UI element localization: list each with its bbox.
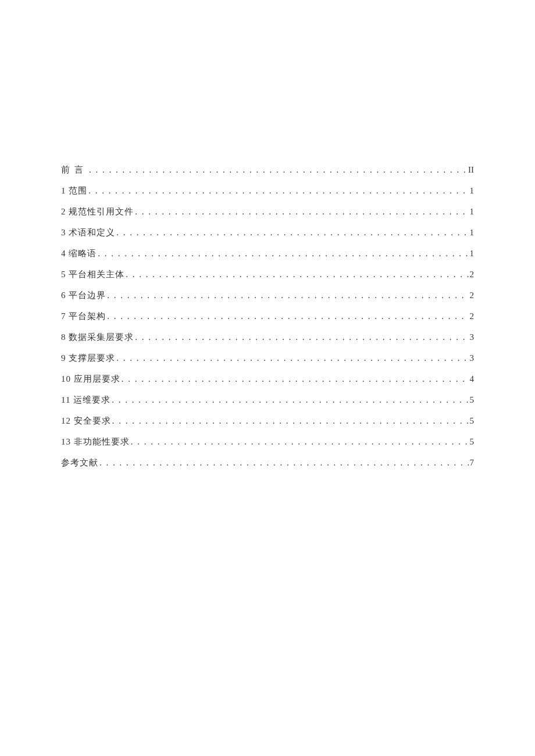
- toc-entry: 11 运维要求. . . . . . . . . . . . . . . . .…: [61, 393, 474, 407]
- toc-leader-dots: . . . . . . . . . . . . . . . . . . . . …: [107, 288, 468, 302]
- toc-leader-dots: . . . . . . . . . . . . . . . . . . . . …: [122, 372, 469, 386]
- toc-leader-dots: . . . . . . . . . . . . . . . . . . . . …: [99, 456, 469, 470]
- toc-entry-label: 12 安全要求: [61, 414, 111, 428]
- toc-entry-label: 10 应用层要求: [61, 372, 120, 386]
- toc-entry-page: 1: [470, 246, 475, 260]
- toc-entry: 10 应用层要求. . . . . . . . . . . . . . . . …: [61, 372, 474, 386]
- toc-entry-page: 5: [470, 393, 475, 407]
- toc-leader-dots: . . . . . . . . . . . . . . . . . . . . …: [88, 184, 468, 198]
- toc-entry: 7 平台架构. . . . . . . . . . . . . . . . . …: [61, 309, 474, 323]
- toc-entry: 前言. . . . . . . . . . . . . . . . . . . …: [61, 163, 474, 177]
- toc-entry-page: 4: [470, 372, 475, 386]
- toc-leader-dots: . . . . . . . . . . . . . . . . . . . . …: [89, 163, 467, 177]
- toc-entry-label: 3 术语和定义: [61, 225, 115, 239]
- toc-leader-dots: . . . . . . . . . . . . . . . . . . . . …: [131, 435, 469, 449]
- toc-entry-page: 5: [470, 414, 475, 428]
- toc-entry: 4 缩略语. . . . . . . . . . . . . . . . . .…: [61, 246, 474, 260]
- toc-entry-page: 1: [470, 225, 475, 239]
- toc-entry-label: 9 支撑层要求: [61, 351, 115, 365]
- toc-entry: 12 安全要求. . . . . . . . . . . . . . . . .…: [61, 414, 474, 428]
- toc-entry-label: 前言: [61, 163, 88, 177]
- toc-entry-page: 2: [470, 309, 475, 323]
- toc-entry-label: 13 非功能性要求: [61, 435, 130, 449]
- toc-entry-label: 1 范围: [61, 184, 87, 198]
- toc-leader-dots: . . . . . . . . . . . . . . . . . . . . …: [112, 414, 469, 428]
- toc-entry-label: 6 平台边界: [61, 288, 106, 302]
- toc-entry-page: 7: [470, 456, 475, 470]
- toc-entry-page: II: [468, 163, 474, 177]
- toc-entry-page: 5: [470, 435, 475, 449]
- toc-entry-label: 7 平台架构: [61, 309, 106, 323]
- toc-entry: 8 数据采集层要求. . . . . . . . . . . . . . . .…: [61, 330, 474, 344]
- toc-entry: 5 平台相关主体. . . . . . . . . . . . . . . . …: [61, 267, 474, 281]
- toc-entry-page: 2: [470, 267, 475, 281]
- toc-entry: 2 规范性引用文件. . . . . . . . . . . . . . . .…: [61, 205, 474, 218]
- toc-entry-page: 1: [470, 205, 475, 218]
- toc-leader-dots: . . . . . . . . . . . . . . . . . . . . …: [98, 246, 468, 260]
- toc-entry-page: 2: [470, 288, 475, 302]
- toc-entry: 6 平台边界. . . . . . . . . . . . . . . . . …: [61, 288, 474, 302]
- toc-entry-page: 3: [470, 330, 475, 344]
- toc-entry: 1 范围. . . . . . . . . . . . . . . . . . …: [61, 184, 474, 198]
- toc-entry-label: 4 缩略语: [61, 246, 97, 260]
- toc-leader-dots: . . . . . . . . . . . . . . . . . . . . …: [126, 267, 468, 281]
- toc-entry: 3 术语和定义. . . . . . . . . . . . . . . . .…: [61, 225, 474, 239]
- toc-entry: 9 支撑层要求. . . . . . . . . . . . . . . . .…: [61, 351, 474, 365]
- toc-entry-page: 1: [470, 184, 475, 198]
- toc-entry-label: 参考文献: [61, 456, 98, 470]
- toc-entry-label: 5 平台相关主体: [61, 267, 124, 281]
- toc-leader-dots: . . . . . . . . . . . . . . . . . . . . …: [116, 351, 468, 365]
- toc-entry-label: 8 数据采集层要求: [61, 330, 134, 344]
- toc-leader-dots: . . . . . . . . . . . . . . . . . . . . …: [112, 393, 468, 407]
- toc-leader-dots: . . . . . . . . . . . . . . . . . . . . …: [135, 205, 468, 218]
- toc-entry-label: 2 规范性引用文件: [61, 205, 134, 218]
- toc-entry: 参考文献. . . . . . . . . . . . . . . . . . …: [61, 456, 474, 470]
- table-of-contents: 前言. . . . . . . . . . . . . . . . . . . …: [61, 163, 474, 470]
- toc-entry: 13 非功能性要求. . . . . . . . . . . . . . . .…: [61, 435, 474, 449]
- toc-entry-page: 3: [470, 351, 475, 365]
- toc-entry-label: 11 运维要求: [61, 393, 110, 407]
- toc-leader-dots: . . . . . . . . . . . . . . . . . . . . …: [135, 330, 468, 344]
- toc-leader-dots: . . . . . . . . . . . . . . . . . . . . …: [107, 309, 468, 323]
- toc-leader-dots: . . . . . . . . . . . . . . . . . . . . …: [116, 225, 468, 239]
